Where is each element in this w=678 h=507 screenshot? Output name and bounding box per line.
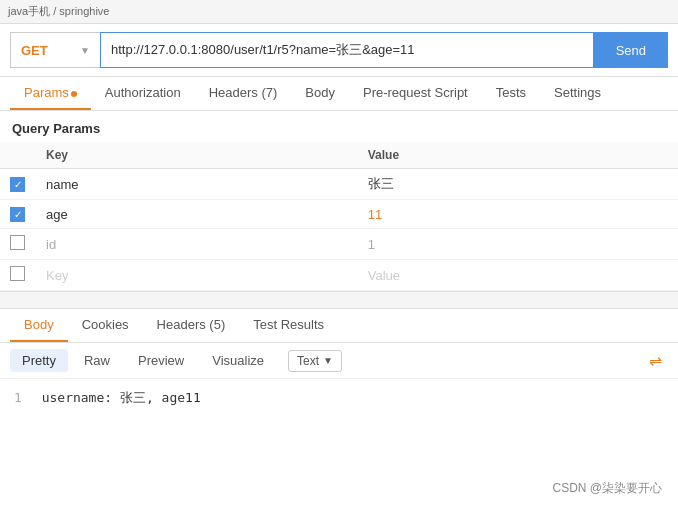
params-table: Key Value name 张三 age 11: [0, 142, 678, 291]
checkbox-id[interactable]: [10, 235, 25, 250]
method-select[interactable]: GET ▼: [10, 32, 100, 68]
tab-params[interactable]: Params: [10, 77, 91, 110]
breadcrumb: java手机 / springhive: [8, 5, 110, 17]
format-tabs-row: Pretty Raw Preview Visualize Text ▼ ⇌: [0, 343, 678, 379]
page-wrapper: java手机 / springhive GET ▼ Send Params Au…: [0, 0, 678, 507]
wrap-icon[interactable]: ⇌: [643, 349, 668, 372]
text-format-select[interactable]: Text ▼: [288, 350, 342, 372]
col-key: Key: [36, 142, 358, 169]
checkbox-cell[interactable]: [0, 260, 36, 291]
tab-settings[interactable]: Settings: [540, 77, 615, 110]
key-cell[interactable]: name: [36, 169, 358, 200]
format-tab-pretty[interactable]: Pretty: [10, 349, 68, 372]
request-row: GET ▼ Send: [0, 24, 678, 77]
section-divider: [0, 291, 678, 309]
table-row: id 1: [0, 229, 678, 260]
tab-authorization[interactable]: Authorization: [91, 77, 195, 110]
table-row: name 张三: [0, 169, 678, 200]
value-cell[interactable]: 11: [358, 200, 678, 229]
table-row: age 11: [0, 200, 678, 229]
format-tab-raw[interactable]: Raw: [72, 349, 122, 372]
section-title-query-params: Query Params: [0, 111, 678, 142]
method-label: GET: [21, 43, 48, 58]
value-cell[interactable]: 张三: [358, 169, 678, 200]
response-tabs-row: Body Cookies Headers (5) Test Results: [0, 309, 678, 343]
value-cell[interactable]: 1: [358, 229, 678, 260]
checkbox-empty[interactable]: [10, 266, 25, 281]
checkbox-cell[interactable]: [0, 200, 36, 229]
text-format-label: Text: [297, 354, 319, 368]
response-tab-headers5[interactable]: Headers (5): [143, 309, 240, 342]
checkbox-age[interactable]: [10, 207, 25, 222]
col-checkbox: [0, 142, 36, 169]
checkbox-cell[interactable]: [0, 229, 36, 260]
tab-headers[interactable]: Headers (7): [195, 77, 292, 110]
key-cell[interactable]: id: [36, 229, 358, 260]
url-input[interactable]: [100, 32, 594, 68]
top-bar: java手机 / springhive: [0, 0, 678, 24]
response-body: 1 username: 张三, age11: [0, 379, 678, 417]
key-cell[interactable]: age: [36, 200, 358, 229]
response-tab-cookies[interactable]: Cookies: [68, 309, 143, 342]
response-tab-test-results[interactable]: Test Results: [239, 309, 338, 342]
format-tab-preview[interactable]: Preview: [126, 349, 196, 372]
tab-pre-request[interactable]: Pre-request Script: [349, 77, 482, 110]
response-line-content: username: 张三, age11: [42, 390, 201, 405]
line-number: 1: [14, 390, 22, 405]
response-tab-body[interactable]: Body: [10, 309, 68, 342]
send-button[interactable]: Send: [594, 32, 668, 68]
format-tab-visualize[interactable]: Visualize: [200, 349, 276, 372]
request-tabs-row: Params Authorization Headers (7) Body Pr…: [0, 77, 678, 111]
value-cell-placeholder[interactable]: Value: [358, 260, 678, 291]
tab-tests[interactable]: Tests: [482, 77, 540, 110]
checkbox-name[interactable]: [10, 177, 25, 192]
chevron-down-icon: ▼: [323, 355, 333, 366]
chevron-down-icon: ▼: [80, 45, 90, 56]
col-value: Value: [358, 142, 678, 169]
watermark: CSDN @柒染要开心: [552, 480, 662, 497]
tab-body[interactable]: Body: [291, 77, 349, 110]
key-cell-placeholder[interactable]: Key: [36, 260, 358, 291]
table-row: Key Value: [0, 260, 678, 291]
checkbox-cell[interactable]: [0, 169, 36, 200]
